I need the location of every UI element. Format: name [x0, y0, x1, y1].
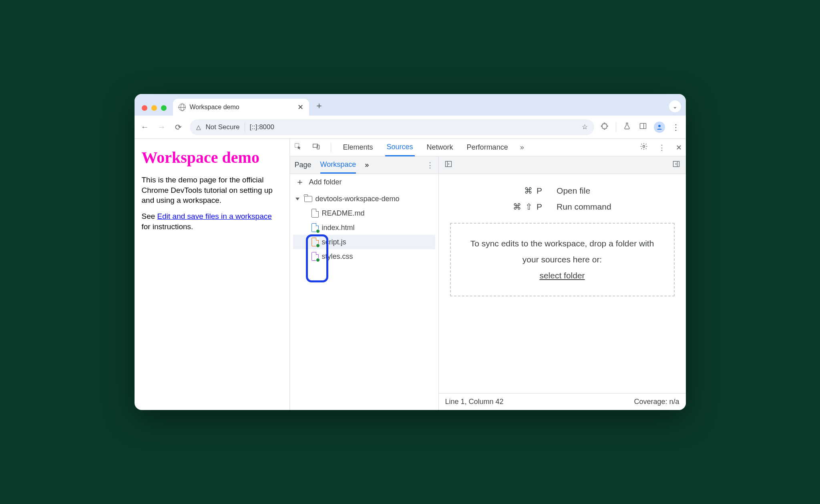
- tab-network[interactable]: Network: [425, 139, 455, 156]
- run-command-keys: ⌘ ⇧ P: [513, 202, 543, 212]
- file-label: styles.css: [322, 252, 353, 261]
- navigator-pane: Page Workspace » ⋮ ＋ Add folder devtool: [290, 156, 439, 410]
- file-html-icon: [312, 223, 319, 232]
- shortcuts-hint: ⌘ P Open file ⌘ ⇧ P Run command: [513, 186, 611, 212]
- file-label: README.md: [322, 209, 365, 218]
- open-file-keys: ⌘ P: [513, 186, 543, 196]
- tab-title: Workspace demo: [190, 104, 293, 111]
- browser-tab[interactable]: Workspace demo ✕: [173, 99, 309, 116]
- page-paragraph: This is the demo page for the official C…: [142, 175, 282, 206]
- devtools-panel: Elements Sources Network Performance » ⋮…: [290, 139, 686, 410]
- dropzone-text: To sync edits to the workspace, drop a f…: [467, 236, 658, 268]
- page-heading: Workspace demo: [142, 147, 282, 168]
- expand-icon: [295, 198, 299, 200]
- menu-button[interactable]: ⋮: [671, 122, 681, 132]
- reload-button[interactable]: ⟳: [173, 122, 184, 132]
- minimize-window-button[interactable]: [151, 105, 157, 111]
- browser-window: Workspace demo ✕ ＋ ⌄ ← → ⟳ △ Not Secure …: [135, 94, 686, 410]
- divider: [245, 123, 245, 132]
- page-instructions: See Edit and save files in a workspace f…: [142, 211, 282, 232]
- navigator-menu-icon[interactable]: ⋮: [426, 161, 434, 170]
- tab-sources[interactable]: Sources: [385, 139, 415, 156]
- navigator-tab-page[interactable]: Page: [295, 156, 312, 174]
- address-bar[interactable]: △ Not Secure [::]:8000 ☆: [190, 119, 594, 135]
- file-css-icon: [312, 252, 319, 261]
- url-text: [::]:8000: [250, 123, 274, 131]
- plus-icon: ＋: [295, 176, 304, 188]
- divider: [331, 143, 331, 152]
- extensions-button[interactable]: [600, 122, 610, 132]
- svg-point-6: [643, 146, 645, 148]
- svg-point-2: [658, 125, 661, 127]
- security-label: Not Secure: [206, 123, 240, 131]
- svg-rect-5: [317, 145, 319, 149]
- svg-rect-0: [640, 123, 646, 128]
- rendered-page: Workspace demo This is the demo page for…: [135, 139, 290, 410]
- forward-button[interactable]: →: [156, 122, 167, 132]
- file-tree: devtools-workspace-demo README.md index.…: [290, 190, 438, 265]
- add-folder-button[interactable]: ＋ Add folder: [290, 174, 438, 190]
- editor-pane: ⌘ P Open file ⌘ ⇧ P Run command To sync …: [439, 156, 686, 410]
- editor-main: ⌘ P Open file ⌘ ⇧ P Run command To sync …: [439, 174, 686, 393]
- browser-toolbar: ← → ⟳ △ Not Secure [::]:8000 ☆ ⋮: [135, 116, 686, 139]
- close-devtools-icon[interactable]: ✕: [676, 143, 682, 152]
- editor-status-bar: Line 1, Column 42 Coverage: n/a: [439, 393, 686, 410]
- toggle-debugger-icon[interactable]: [672, 160, 680, 170]
- back-button[interactable]: ←: [139, 122, 151, 132]
- settings-icon[interactable]: [640, 142, 648, 152]
- folder-label: devtools-workspace-demo: [316, 195, 400, 203]
- tree-file-styles[interactable]: styles.css: [293, 249, 435, 264]
- tab-elements[interactable]: Elements: [342, 139, 375, 156]
- warning-icon: △: [196, 124, 201, 131]
- file-label: index.html: [322, 224, 355, 232]
- inspect-icon[interactable]: [294, 142, 302, 152]
- tab-strip: Workspace demo ✕ ＋ ⌄: [135, 94, 686, 116]
- tree-file-readme[interactable]: README.md: [293, 206, 435, 220]
- cursor-position: Line 1, Column 42: [445, 398, 504, 406]
- tree-folder-root[interactable]: devtools-workspace-demo: [293, 192, 435, 206]
- workspace-dropzone[interactable]: To sync edits to the workspace, drop a f…: [450, 223, 675, 296]
- tutorial-link[interactable]: Edit and save files in a workspace: [157, 212, 272, 220]
- device-toggle-icon[interactable]: [312, 142, 320, 152]
- divider: [616, 122, 616, 132]
- toggle-navigator-icon[interactable]: [444, 160, 452, 170]
- coverage-status: Coverage: n/a: [634, 398, 679, 406]
- content-area: Workspace demo This is the demo page for…: [135, 139, 686, 410]
- side-panel-button[interactable]: [638, 122, 648, 132]
- globe-icon: [179, 104, 186, 111]
- labs-button[interactable]: [622, 122, 632, 132]
- file-label: script.js: [322, 238, 346, 246]
- editor-header: [439, 156, 686, 174]
- more-tabs-icon[interactable]: »: [520, 143, 524, 152]
- tree-file-script[interactable]: script.js: [293, 235, 435, 249]
- navigator-tab-workspace[interactable]: Workspace: [320, 156, 356, 174]
- tab-search-button[interactable]: ⌄: [669, 100, 681, 112]
- tab-performance[interactable]: Performance: [465, 139, 510, 156]
- window-controls: [139, 105, 170, 116]
- devtools-tab-bar: Elements Sources Network Performance » ⋮…: [290, 139, 686, 156]
- close-tab-button[interactable]: ✕: [297, 103, 303, 112]
- devtools-body: Page Workspace » ⋮ ＋ Add folder devtool: [290, 156, 686, 410]
- maximize-window-button[interactable]: [161, 105, 167, 111]
- devtools-menu-icon[interactable]: ⋮: [658, 143, 665, 152]
- run-command-label: Run command: [557, 202, 611, 212]
- new-tab-button[interactable]: ＋: [312, 100, 326, 116]
- navigator-tab-bar: Page Workspace » ⋮: [290, 156, 438, 174]
- file-js-icon: [312, 238, 319, 246]
- close-window-button[interactable]: [142, 105, 147, 111]
- file-icon: [312, 209, 319, 218]
- open-file-label: Open file: [557, 186, 611, 196]
- more-nav-tabs-icon[interactable]: »: [365, 161, 369, 169]
- bookmark-icon[interactable]: ☆: [582, 123, 588, 131]
- folder-icon: [304, 196, 312, 202]
- tree-file-index[interactable]: index.html: [293, 220, 435, 235]
- select-folder-link[interactable]: select folder: [467, 268, 658, 284]
- profile-button[interactable]: [654, 122, 665, 133]
